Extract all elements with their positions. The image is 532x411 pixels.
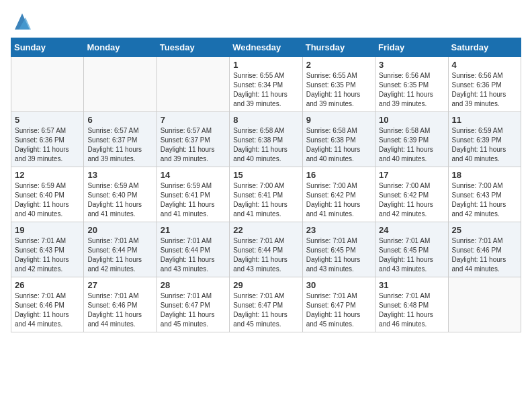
day-info: Sunrise: 7:01 AM Sunset: 6:47 PM Dayligh… — [306, 291, 371, 329]
logo-icon — [12, 11, 32, 30]
page-header — [11, 11, 521, 30]
day-number: 1 — [233, 60, 298, 70]
weekday-header: Sunday — [11, 38, 84, 57]
day-number: 30 — [306, 280, 371, 290]
calendar-header-row: SundayMondayTuesdayWednesdayThursdayFrid… — [11, 38, 521, 57]
calendar-week-row: 5Sunrise: 6:57 AM Sunset: 6:36 PM Daylig… — [11, 112, 521, 167]
calendar-table: SundayMondayTuesdayWednesdayThursdayFrid… — [11, 38, 521, 332]
day-number: 18 — [452, 170, 517, 180]
weekday-header: Saturday — [448, 38, 521, 57]
day-number: 4 — [452, 60, 517, 70]
day-info: Sunrise: 6:55 AM Sunset: 6:35 PM Dayligh… — [306, 71, 371, 109]
day-number: 19 — [15, 225, 80, 235]
day-info: Sunrise: 7:01 AM Sunset: 6:46 PM Dayligh… — [15, 291, 80, 329]
day-number: 26 — [15, 280, 80, 290]
calendar-cell: 29Sunrise: 7:01 AM Sunset: 6:47 PM Dayli… — [230, 277, 302, 332]
day-info: Sunrise: 6:58 AM Sunset: 6:38 PM Dayligh… — [306, 126, 371, 164]
calendar-cell: 20Sunrise: 7:01 AM Sunset: 6:44 PM Dayli… — [84, 222, 157, 277]
calendar-cell: 5Sunrise: 6:57 AM Sunset: 6:36 PM Daylig… — [11, 112, 84, 167]
calendar-cell: 18Sunrise: 7:00 AM Sunset: 6:43 PM Dayli… — [448, 167, 521, 222]
day-number: 16 — [306, 170, 371, 180]
day-number: 20 — [87, 225, 152, 235]
day-number: 13 — [87, 170, 152, 180]
day-info: Sunrise: 7:01 AM Sunset: 6:47 PM Dayligh… — [161, 291, 226, 329]
calendar-cell: 14Sunrise: 6:59 AM Sunset: 6:41 PM Dayli… — [157, 167, 229, 222]
calendar-week-row: 1Sunrise: 6:55 AM Sunset: 6:34 PM Daylig… — [11, 57, 521, 112]
calendar-cell: 9Sunrise: 6:58 AM Sunset: 6:38 PM Daylig… — [302, 112, 375, 167]
day-info: Sunrise: 6:56 AM Sunset: 6:36 PM Dayligh… — [452, 71, 517, 109]
calendar-cell: 12Sunrise: 6:59 AM Sunset: 6:40 PM Dayli… — [11, 167, 84, 222]
weekday-header: Friday — [375, 38, 448, 57]
day-info: Sunrise: 6:55 AM Sunset: 6:34 PM Dayligh… — [233, 71, 298, 109]
calendar-cell — [448, 277, 521, 332]
calendar-cell: 25Sunrise: 7:01 AM Sunset: 6:46 PM Dayli… — [448, 222, 521, 277]
day-number: 31 — [379, 280, 444, 290]
day-info: Sunrise: 7:01 AM Sunset: 6:44 PM Dayligh… — [87, 236, 152, 274]
day-info: Sunrise: 6:56 AM Sunset: 6:35 PM Dayligh… — [379, 71, 444, 109]
calendar-cell: 16Sunrise: 7:00 AM Sunset: 6:42 PM Dayli… — [302, 167, 375, 222]
day-number: 29 — [233, 280, 298, 290]
day-info: Sunrise: 7:00 AM Sunset: 6:41 PM Dayligh… — [233, 181, 298, 219]
day-number: 2 — [306, 60, 371, 70]
day-number: 7 — [161, 115, 226, 125]
day-number: 12 — [15, 170, 80, 180]
day-info: Sunrise: 7:01 AM Sunset: 6:45 PM Dayligh… — [379, 236, 444, 274]
day-number: 28 — [161, 280, 226, 290]
day-number: 5 — [15, 115, 80, 125]
calendar-cell — [84, 57, 157, 112]
calendar-week-row: 26Sunrise: 7:01 AM Sunset: 6:46 PM Dayli… — [11, 277, 521, 332]
day-number: 3 — [379, 60, 444, 70]
calendar-cell: 1Sunrise: 6:55 AM Sunset: 6:34 PM Daylig… — [230, 57, 302, 112]
day-number: 17 — [379, 170, 444, 180]
calendar-cell: 27Sunrise: 7:01 AM Sunset: 6:46 PM Dayli… — [84, 277, 157, 332]
day-info: Sunrise: 7:01 AM Sunset: 6:45 PM Dayligh… — [306, 236, 371, 274]
day-info: Sunrise: 7:01 AM Sunset: 6:43 PM Dayligh… — [15, 236, 80, 274]
day-number: 6 — [87, 115, 152, 125]
calendar-cell: 7Sunrise: 6:57 AM Sunset: 6:37 PM Daylig… — [157, 112, 229, 167]
day-number: 8 — [233, 115, 298, 125]
day-number: 23 — [306, 225, 371, 235]
calendar-cell: 15Sunrise: 7:00 AM Sunset: 6:41 PM Dayli… — [230, 167, 302, 222]
day-info: Sunrise: 6:57 AM Sunset: 6:36 PM Dayligh… — [15, 126, 80, 164]
calendar-cell: 3Sunrise: 6:56 AM Sunset: 6:35 PM Daylig… — [375, 57, 448, 112]
calendar-cell: 4Sunrise: 6:56 AM Sunset: 6:36 PM Daylig… — [448, 57, 521, 112]
day-info: Sunrise: 6:59 AM Sunset: 6:39 PM Dayligh… — [452, 126, 517, 164]
calendar-cell: 11Sunrise: 6:59 AM Sunset: 6:39 PM Dayli… — [448, 112, 521, 167]
weekday-header: Monday — [84, 38, 157, 57]
calendar-cell — [157, 57, 229, 112]
day-number: 24 — [379, 225, 444, 235]
logo — [11, 11, 32, 30]
day-info: Sunrise: 7:01 AM Sunset: 6:46 PM Dayligh… — [452, 236, 517, 274]
calendar-cell: 26Sunrise: 7:01 AM Sunset: 6:46 PM Dayli… — [11, 277, 84, 332]
day-number: 21 — [161, 225, 226, 235]
day-number: 14 — [161, 170, 226, 180]
calendar-cell: 30Sunrise: 7:01 AM Sunset: 6:47 PM Dayli… — [302, 277, 375, 332]
calendar-cell: 17Sunrise: 7:00 AM Sunset: 6:42 PM Dayli… — [375, 167, 448, 222]
day-info: Sunrise: 6:59 AM Sunset: 6:40 PM Dayligh… — [15, 181, 80, 219]
calendar-cell: 19Sunrise: 7:01 AM Sunset: 6:43 PM Dayli… — [11, 222, 84, 277]
calendar-cell: 8Sunrise: 6:58 AM Sunset: 6:38 PM Daylig… — [230, 112, 302, 167]
day-info: Sunrise: 6:57 AM Sunset: 6:37 PM Dayligh… — [87, 126, 152, 164]
calendar-cell: 13Sunrise: 6:59 AM Sunset: 6:40 PM Dayli… — [84, 167, 157, 222]
day-info: Sunrise: 7:00 AM Sunset: 6:42 PM Dayligh… — [379, 181, 444, 219]
day-number: 27 — [87, 280, 152, 290]
day-number: 11 — [452, 115, 517, 125]
day-number: 25 — [452, 225, 517, 235]
calendar-cell — [11, 57, 84, 112]
day-number: 10 — [379, 115, 444, 125]
day-info: Sunrise: 6:57 AM Sunset: 6:37 PM Dayligh… — [161, 126, 226, 164]
calendar-cell: 6Sunrise: 6:57 AM Sunset: 6:37 PM Daylig… — [84, 112, 157, 167]
calendar-cell: 21Sunrise: 7:01 AM Sunset: 6:44 PM Dayli… — [157, 222, 229, 277]
day-info: Sunrise: 7:00 AM Sunset: 6:43 PM Dayligh… — [452, 181, 517, 219]
day-number: 22 — [233, 225, 298, 235]
day-info: Sunrise: 7:00 AM Sunset: 6:42 PM Dayligh… — [306, 181, 371, 219]
calendar-cell: 31Sunrise: 7:01 AM Sunset: 6:48 PM Dayli… — [375, 277, 448, 332]
weekday-header: Thursday — [302, 38, 375, 57]
day-number: 9 — [306, 115, 371, 125]
day-info: Sunrise: 6:59 AM Sunset: 6:41 PM Dayligh… — [161, 181, 226, 219]
day-info: Sunrise: 6:58 AM Sunset: 6:39 PM Dayligh… — [379, 126, 444, 164]
day-info: Sunrise: 7:01 AM Sunset: 6:44 PM Dayligh… — [161, 236, 226, 274]
day-info: Sunrise: 6:58 AM Sunset: 6:38 PM Dayligh… — [233, 126, 298, 164]
day-info: Sunrise: 7:01 AM Sunset: 6:48 PM Dayligh… — [379, 291, 444, 329]
weekday-header: Wednesday — [230, 38, 302, 57]
